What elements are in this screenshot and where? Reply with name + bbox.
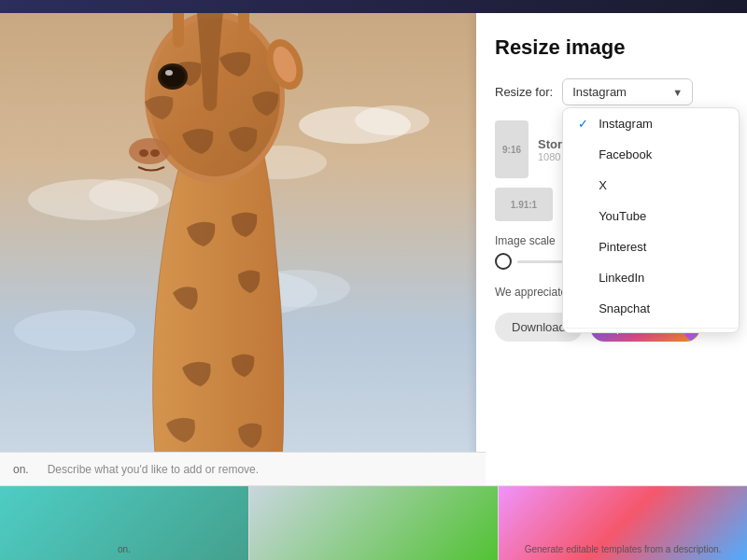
prompt-text-1: on. — [13, 463, 29, 476]
thumb-item-3[interactable]: Generate editable templates from a descr… — [499, 486, 747, 560]
preset-ratio-landscape: 1.91:1 — [511, 200, 537, 210]
dropdown-label-youtube: YouTube — [599, 209, 646, 223]
svg-point-4 — [89, 178, 173, 212]
dropdown-item-x[interactable]: ✓ X — [563, 170, 739, 201]
svg-rect-13 — [238, 13, 249, 47]
resize-for-row: Resize for: Instagram ▼ ✓ Instagram ✓ Fa… — [495, 78, 728, 105]
slider-handle[interactable] — [495, 253, 512, 270]
selected-platform-label: Instagram — [572, 85, 627, 99]
panel-title: Resize image — [495, 35, 728, 60]
dropdown-label-instagram: Instagram — [599, 117, 653, 131]
svg-point-2 — [355, 105, 430, 135]
thumb-label-2 — [249, 553, 498, 556]
thumb-label-3: Generate editable templates from a descr… — [499, 542, 747, 556]
right-panel: Resize image Resize for: Instagram ▼ ✓ I… — [476, 13, 747, 498]
chevron-down-icon: ▼ — [672, 87, 683, 98]
preset-thumb-landscape: 1.91:1 — [495, 188, 553, 221]
dropdown-label-x: X — [599, 178, 607, 192]
svg-point-19 — [139, 149, 148, 157]
bottom-strip: on. Generate editable templates from a d… — [0, 485, 747, 560]
svg-point-8 — [14, 310, 135, 351]
dropdown-item-linkedin[interactable]: ✓ LinkedIn — [563, 262, 739, 293]
dropdown-divider — [563, 328, 739, 329]
dropdown-label-snapchat: Snapchat — [599, 301, 650, 315]
svg-point-17 — [165, 70, 173, 76]
dropdown-item-snapchat[interactable]: ✓ Snapchat — [563, 293, 739, 324]
dropdown-label-linkedin: LinkedIn — [599, 271, 644, 285]
dropdown-list: ✓ Instagram ✓ Facebook ✓ X ✓ YouTube — [563, 108, 739, 332]
dropdown-label-pinterest: Pinterest — [599, 240, 646, 254]
thumb-item-1[interactable]: on. — [0, 486, 249, 560]
thumb-item-2[interactable] — [249, 486, 499, 560]
check-icon: ✓ — [578, 117, 591, 131]
prompt-area: on. Describe what you'd like to add or r… — [0, 452, 486, 485]
dropdown-item-facebook[interactable]: ✓ Facebook — [563, 139, 739, 170]
preset-ratio-story: 9:16 — [502, 145, 521, 155]
resize-for-label: Resize for: — [495, 85, 553, 99]
prompt-text-2: Describe what you'd like to add or remov… — [48, 463, 259, 476]
dropdown-item-pinterest[interactable]: ✓ Pinterest — [563, 231, 739, 262]
preset-thumb-story: 9:16 — [495, 120, 529, 178]
svg-point-18 — [129, 138, 170, 164]
svg-point-16 — [161, 66, 185, 87]
dropdown-item-youtube[interactable]: ✓ YouTube — [563, 201, 739, 231]
thumb-label-1: on. — [0, 542, 248, 556]
svg-rect-11 — [173, 13, 184, 48]
image-area — [0, 13, 486, 498]
dropdown-item-instagram[interactable]: ✓ Instagram — [563, 108, 739, 139]
svg-point-20 — [150, 149, 160, 157]
platform-dropdown: ✓ Instagram ✓ Facebook ✓ X ✓ YouTube — [562, 107, 740, 333]
top-bar — [0, 0, 747, 13]
dropdown-label-facebook: Facebook — [599, 147, 652, 161]
platform-select-button[interactable]: Instagram ▼ — [562, 78, 693, 105]
